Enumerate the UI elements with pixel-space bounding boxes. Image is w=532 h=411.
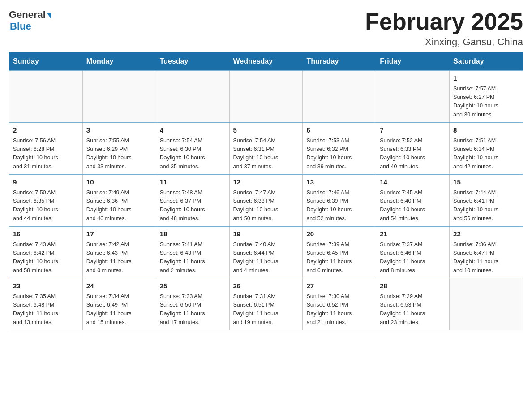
day-info: Sunrise: 7:55 AM Sunset: 6:29 PM Dayligh…: [86, 137, 152, 171]
day-number: 17: [86, 229, 152, 240]
calendar-cell: 22Sunrise: 7:36 AM Sunset: 6:47 PM Dayli…: [450, 226, 523, 278]
day-number: 22: [453, 229, 519, 240]
day-info: Sunrise: 7:41 AM Sunset: 6:43 PM Dayligh…: [160, 240, 226, 275]
week-row-3: 9Sunrise: 7:50 AM Sunset: 6:35 PM Daylig…: [9, 174, 523, 226]
calendar-cell: 12Sunrise: 7:47 AM Sunset: 6:38 PM Dayli…: [229, 174, 303, 226]
day-number: 12: [233, 177, 299, 188]
day-number: 9: [13, 177, 79, 188]
calendar-cell: 8Sunrise: 7:51 AM Sunset: 6:34 PM Daylig…: [450, 122, 523, 174]
calendar-cell: 1Sunrise: 7:57 AM Sunset: 6:27 PM Daylig…: [450, 70, 523, 122]
day-number: 1: [453, 73, 519, 84]
calendar-cell: 20Sunrise: 7:39 AM Sunset: 6:45 PM Dayli…: [303, 226, 376, 278]
day-number: 23: [13, 281, 79, 291]
day-info: Sunrise: 7:39 AM Sunset: 6:45 PM Dayligh…: [306, 240, 372, 275]
day-info: Sunrise: 7:45 AM Sunset: 6:40 PM Dayligh…: [380, 188, 446, 223]
calendar-cell: 2Sunrise: 7:56 AM Sunset: 6:28 PM Daylig…: [9, 122, 83, 174]
calendar-cell: 10Sunrise: 7:49 AM Sunset: 6:36 PM Dayli…: [82, 174, 156, 226]
calendar-cell: 19Sunrise: 7:40 AM Sunset: 6:44 PM Dayli…: [229, 226, 303, 278]
calendar-cell: 24Sunrise: 7:34 AM Sunset: 6:49 PM Dayli…: [82, 278, 156, 330]
calendar-cell: 26Sunrise: 7:31 AM Sunset: 6:51 PM Dayli…: [229, 278, 303, 330]
calendar-cell: [229, 70, 303, 122]
day-number: 19: [233, 229, 299, 240]
day-number: 3: [86, 125, 152, 136]
calendar-cell: 7Sunrise: 7:52 AM Sunset: 6:33 PM Daylig…: [376, 122, 450, 174]
day-info: Sunrise: 7:56 AM Sunset: 6:28 PM Dayligh…: [13, 137, 79, 171]
day-info: Sunrise: 7:37 AM Sunset: 6:46 PM Dayligh…: [380, 240, 446, 275]
calendar-title: February 2025: [365, 9, 523, 34]
day-info: Sunrise: 7:36 AM Sunset: 6:47 PM Dayligh…: [453, 240, 519, 275]
day-info: Sunrise: 7:33 AM Sunset: 6:50 PM Dayligh…: [160, 292, 226, 327]
day-number: 6: [306, 125, 372, 136]
day-number: 25: [160, 281, 226, 291]
page-header: General Blue February 2025 Xinxing, Gans…: [9, 9, 523, 48]
day-info: Sunrise: 7:53 AM Sunset: 6:32 PM Dayligh…: [306, 137, 372, 171]
day-number: 20: [306, 229, 372, 240]
day-info: Sunrise: 7:43 AM Sunset: 6:42 PM Dayligh…: [13, 240, 79, 275]
day-info: Sunrise: 7:54 AM Sunset: 6:31 PM Dayligh…: [233, 137, 299, 171]
calendar-cell: 18Sunrise: 7:41 AM Sunset: 6:43 PM Dayli…: [156, 226, 229, 278]
day-info: Sunrise: 7:34 AM Sunset: 6:49 PM Dayligh…: [86, 292, 152, 327]
day-info: Sunrise: 7:47 AM Sunset: 6:38 PM Dayligh…: [233, 188, 299, 223]
logo: General Blue: [9, 9, 51, 32]
day-info: Sunrise: 7:31 AM Sunset: 6:51 PM Dayligh…: [233, 292, 299, 327]
day-number: 14: [380, 177, 446, 188]
day-number: 28: [380, 281, 446, 291]
column-header-sunday: Sunday: [9, 53, 83, 71]
day-info: Sunrise: 7:51 AM Sunset: 6:34 PM Dayligh…: [453, 137, 519, 171]
day-info: Sunrise: 7:48 AM Sunset: 6:37 PM Dayligh…: [160, 188, 226, 223]
day-number: 10: [86, 177, 152, 188]
day-number: 4: [160, 125, 226, 136]
day-info: Sunrise: 7:50 AM Sunset: 6:35 PM Dayligh…: [13, 188, 79, 223]
title-block: February 2025 Xinxing, Gansu, China: [365, 9, 523, 48]
calendar-cell: 5Sunrise: 7:54 AM Sunset: 6:31 PM Daylig…: [229, 122, 303, 174]
calendar-cell: 6Sunrise: 7:53 AM Sunset: 6:32 PM Daylig…: [303, 122, 376, 174]
day-number: 13: [306, 177, 372, 188]
calendar-table: SundayMondayTuesdayWednesdayThursdayFrid…: [9, 52, 523, 330]
column-header-wednesday: Wednesday: [229, 53, 303, 71]
calendar-cell: [450, 278, 523, 330]
calendar-cell: 25Sunrise: 7:33 AM Sunset: 6:50 PM Dayli…: [156, 278, 229, 330]
calendar-cell: 17Sunrise: 7:42 AM Sunset: 6:43 PM Dayli…: [82, 226, 156, 278]
day-number: 26: [233, 281, 299, 291]
day-info: Sunrise: 7:30 AM Sunset: 6:52 PM Dayligh…: [306, 292, 372, 327]
day-number: 16: [13, 229, 79, 240]
calendar-cell: [82, 70, 156, 122]
day-info: Sunrise: 7:57 AM Sunset: 6:27 PM Dayligh…: [453, 85, 519, 120]
column-header-tuesday: Tuesday: [156, 53, 229, 71]
day-info: Sunrise: 7:52 AM Sunset: 6:33 PM Dayligh…: [380, 137, 446, 171]
calendar-cell: 9Sunrise: 7:50 AM Sunset: 6:35 PM Daylig…: [9, 174, 83, 226]
day-number: 5: [233, 125, 299, 136]
logo-arrow-icon: [47, 13, 51, 19]
calendar-cell: 27Sunrise: 7:30 AM Sunset: 6:52 PM Dayli…: [303, 278, 376, 330]
column-header-monday: Monday: [82, 53, 156, 71]
day-info: Sunrise: 7:46 AM Sunset: 6:39 PM Dayligh…: [306, 188, 372, 223]
week-row-5: 23Sunrise: 7:35 AM Sunset: 6:48 PM Dayli…: [9, 278, 523, 330]
day-info: Sunrise: 7:54 AM Sunset: 6:30 PM Dayligh…: [160, 137, 226, 171]
calendar-cell: 13Sunrise: 7:46 AM Sunset: 6:39 PM Dayli…: [303, 174, 376, 226]
calendar-cell: [9, 70, 83, 122]
calendar-cell: 15Sunrise: 7:44 AM Sunset: 6:41 PM Dayli…: [450, 174, 523, 226]
day-info: Sunrise: 7:44 AM Sunset: 6:41 PM Dayligh…: [453, 188, 519, 223]
column-header-saturday: Saturday: [450, 53, 523, 71]
day-header-row: SundayMondayTuesdayWednesdayThursdayFrid…: [9, 53, 523, 71]
day-info: Sunrise: 7:29 AM Sunset: 6:53 PM Dayligh…: [380, 292, 446, 327]
calendar-subtitle: Xinxing, Gansu, China: [365, 36, 523, 48]
day-number: 15: [453, 177, 519, 188]
week-row-2: 2Sunrise: 7:56 AM Sunset: 6:28 PM Daylig…: [9, 122, 523, 174]
day-number: 8: [453, 125, 519, 136]
day-number: 24: [86, 281, 152, 291]
week-row-1: 1Sunrise: 7:57 AM Sunset: 6:27 PM Daylig…: [9, 70, 523, 122]
calendar-cell: 21Sunrise: 7:37 AM Sunset: 6:46 PM Dayli…: [376, 226, 450, 278]
day-number: 7: [380, 125, 446, 136]
calendar-cell: 11Sunrise: 7:48 AM Sunset: 6:37 PM Dayli…: [156, 174, 229, 226]
calendar-cell: 3Sunrise: 7:55 AM Sunset: 6:29 PM Daylig…: [82, 122, 156, 174]
logo-general-text: General: [9, 9, 46, 21]
calendar-cell: 23Sunrise: 7:35 AM Sunset: 6:48 PM Dayli…: [9, 278, 83, 330]
day-info: Sunrise: 7:49 AM Sunset: 6:36 PM Dayligh…: [86, 188, 152, 223]
calendar-cell: [376, 70, 450, 122]
calendar-cell: [303, 70, 376, 122]
calendar-cell: [156, 70, 229, 122]
calendar-cell: 14Sunrise: 7:45 AM Sunset: 6:40 PM Dayli…: [376, 174, 450, 226]
day-info: Sunrise: 7:42 AM Sunset: 6:43 PM Dayligh…: [86, 240, 152, 275]
day-info: Sunrise: 7:40 AM Sunset: 6:44 PM Dayligh…: [233, 240, 299, 275]
